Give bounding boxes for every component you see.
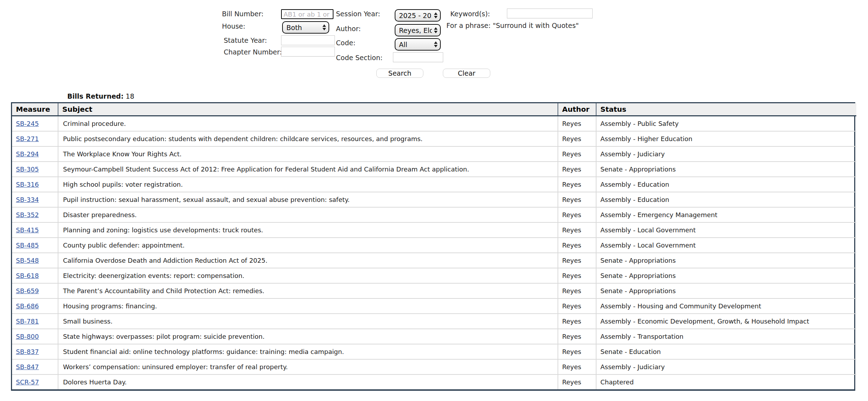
author-cell: Reyes <box>558 283 596 298</box>
table-row: SB-548 California Overdose Death and Add… <box>12 253 856 268</box>
table-row: SB-271 Public postsecondary education: s… <box>12 131 856 146</box>
author-cell: Reyes <box>558 329 596 344</box>
subject-cell: High school pupils: voter registration. <box>58 177 558 192</box>
author-cell: Reyes <box>558 162 596 177</box>
measure-link[interactable]: SB-485 <box>16 242 39 249</box>
column-header-measure: Measure <box>12 103 58 116</box>
code-section-label: Code Section: <box>336 54 383 62</box>
column-header-subject: Subject <box>58 103 558 116</box>
author-cell: Reyes <box>558 146 596 162</box>
table-row: SB-800 State highways: overpasses: pilot… <box>12 329 856 344</box>
status-cell: Senate - Appropriations <box>596 162 856 177</box>
status-cell: Assembly - Judiciary <box>596 146 856 162</box>
table-row: SB-305 Seymour-Campbell Student Success … <box>12 162 856 177</box>
subject-cell: Workers’ compensation: uninsured employe… <box>58 359 558 374</box>
subject-cell: Dolores Huerta Day. <box>58 374 558 389</box>
measure-link[interactable]: SB-305 <box>16 165 39 173</box>
subject-cell: Electricity: deenergization events: repo… <box>58 268 558 283</box>
status-cell: Senate - Education <box>596 344 856 359</box>
table-row: SB-334 Pupil instruction: sexual harassm… <box>12 192 856 207</box>
status-cell: Assembly - Economic Development, Growth,… <box>596 314 856 329</box>
author-cell: Reyes <box>558 359 596 374</box>
measure-link[interactable]: SB-686 <box>16 302 39 310</box>
measure-link[interactable]: SB-847 <box>16 363 39 371</box>
status-cell: Senate - Appropriations <box>596 268 856 283</box>
measure-link[interactable]: SB-245 <box>16 120 39 127</box>
table-row: SB-837 Student financial aid: online tec… <box>12 344 856 359</box>
measure-link[interactable]: SCR-57 <box>16 378 39 386</box>
subject-cell: Housing programs: financing. <box>58 298 558 314</box>
author-cell: Reyes <box>558 268 596 283</box>
status-cell: Assembly - Education <box>596 177 856 192</box>
table-row: SB-686 Housing programs: financing. Reye… <box>12 298 856 314</box>
table-row: SB-245 Criminal procedure. Reyes Assembl… <box>12 116 856 132</box>
code-select[interactable]: All <box>395 38 441 51</box>
statute-year-label: Statute Year: <box>224 36 267 44</box>
author-cell: Reyes <box>558 207 596 222</box>
clear-button[interactable]: Clear <box>443 69 490 78</box>
table-row: SCR-57 Dolores Huerta Day. Reyes Chapter… <box>12 374 856 389</box>
statute-year-input[interactable] <box>281 35 335 45</box>
status-cell: Assembly - Housing and Community Develop… <box>596 298 856 314</box>
measure-link[interactable]: SB-316 <box>16 181 39 188</box>
status-cell: Chaptered <box>596 374 856 389</box>
author-cell: Reyes <box>558 131 596 146</box>
table-row: SB-415 Planning and zoning: logistics us… <box>12 222 856 238</box>
status-cell: Assembly - Higher Education <box>596 131 856 146</box>
status-cell: Assembly - Education <box>596 192 856 207</box>
house-value: Both <box>286 24 320 31</box>
subject-cell: California Overdose Death and Addiction … <box>58 253 558 268</box>
author-label: Author: <box>336 25 361 33</box>
subject-cell: County public defender: appointment. <box>58 238 558 253</box>
up-down-arrows-icon <box>434 12 438 18</box>
session-year-select[interactable]: 2025 - 202 <box>395 9 441 22</box>
measure-link[interactable]: SB-800 <box>16 333 39 340</box>
subject-cell: Criminal procedure. <box>58 116 558 132</box>
measure-link[interactable]: SB-415 <box>16 226 39 234</box>
up-down-arrows-icon <box>322 24 326 30</box>
session-year-value: 2025 - 202 <box>399 12 432 19</box>
author-cell: Reyes <box>558 238 596 253</box>
table-row: SB-352 Disaster preparedness. Reyes Asse… <box>12 207 856 222</box>
author-select[interactable]: Reyes, Eloi <box>395 24 441 36</box>
measure-link[interactable]: SB-837 <box>16 348 39 355</box>
measure-link[interactable]: SB-334 <box>16 196 39 203</box>
status-cell: Assembly - Transportation <box>596 329 856 344</box>
table-row: SB-316 High school pupils: voter registr… <box>12 177 856 192</box>
measure-link[interactable]: SB-548 <box>16 257 39 264</box>
subject-cell: Small business. <box>58 314 558 329</box>
status-cell: Assembly - Local Government <box>596 222 856 238</box>
code-section-input[interactable] <box>393 52 443 62</box>
author-cell: Reyes <box>558 253 596 268</box>
up-down-arrows-icon <box>434 41 438 47</box>
author-cell: Reyes <box>558 344 596 359</box>
bills-returned-count: 18 <box>126 92 134 100</box>
author-cell: Reyes <box>558 177 596 192</box>
up-down-arrows-icon <box>434 27 438 33</box>
subject-cell: Seymour-Campbell Student Success Act of … <box>58 162 558 177</box>
measure-link[interactable]: SB-781 <box>16 318 39 325</box>
status-cell: Assembly - Public Safety <box>596 116 856 132</box>
column-header-status: Status <box>596 103 856 116</box>
search-button[interactable]: Search <box>376 69 423 78</box>
subject-cell: Public postsecondary education: students… <box>58 131 558 146</box>
house-select[interactable]: Both <box>282 21 329 34</box>
bill-number-input[interactable] <box>281 9 333 19</box>
phrase-hint: For a phrase: "Surround it with Quotes" <box>446 22 579 29</box>
table-row: SB-485 County public defender: appointme… <box>12 238 856 253</box>
measure-link[interactable]: SB-352 <box>16 211 39 219</box>
measure-link[interactable]: SB-294 <box>16 150 39 158</box>
measure-link[interactable]: SB-271 <box>16 135 39 143</box>
results-table: Measure Subject Author Status SB-245 Cri… <box>11 102 855 391</box>
measure-link[interactable]: SB-618 <box>16 272 39 279</box>
chapter-number-input[interactable] <box>281 47 335 57</box>
table-row: SB-294 The Workplace Know Your Rights Ac… <box>12 146 856 162</box>
keywords-input[interactable] <box>507 8 593 18</box>
bill-number-label: Bill Number: <box>222 10 263 18</box>
table-row: SB-618 Electricity: deenergization event… <box>12 268 856 283</box>
code-value: All <box>399 41 432 48</box>
table-header-row: Measure Subject Author Status <box>12 103 856 116</box>
measure-link[interactable]: SB-659 <box>16 287 39 295</box>
column-header-author: Author <box>558 103 596 116</box>
code-label: Code: <box>336 39 355 47</box>
